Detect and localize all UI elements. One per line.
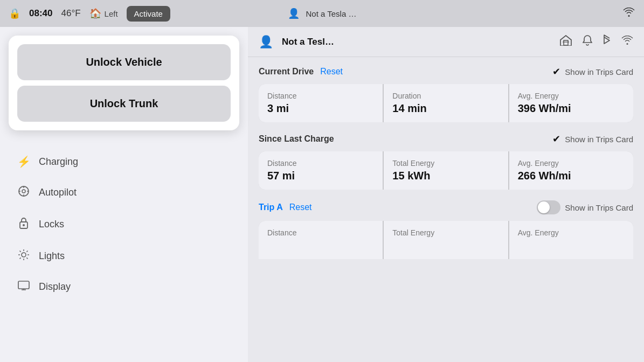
svg-point-1 [22, 190, 25, 193]
svg-point-8 [22, 253, 26, 257]
home-icon: 🏠 [89, 8, 101, 19]
sidebar-locks-label: Locks [39, 219, 64, 230]
svg-rect-20 [564, 40, 568, 45]
stat-value-partial-avg-energy [518, 239, 625, 252]
right-header: 👤 Not a Tesl… [248, 27, 644, 57]
stat-cell-avg-energy-charge: Avg. Energy 266 Wh/mi [509, 151, 633, 190]
trip-a-reset[interactable]: Reset [289, 203, 312, 212]
stat-value-distance-current: 3 mi [267, 102, 374, 115]
stat-cell-energy-current: Avg. Energy 396 Wh/mi [509, 84, 633, 122]
trip-a-show-trips-label: Show in Trips Card [565, 203, 633, 212]
sidebar-lights-label: Lights [39, 250, 65, 262]
sidebar-charging-label: Charging [39, 156, 78, 168]
stat-label-distance-current: Distance [267, 92, 374, 100]
right-header-icons [560, 34, 633, 49]
trip-a-stats: Distance Total Energy Avg. Energy [259, 221, 633, 259]
stat-cell-distance-charge: Distance 57 mi [259, 151, 383, 190]
trip-a-left: Trip A Reset [259, 203, 312, 212]
status-bar-right [622, 8, 635, 20]
stat-label-partial-distance: Distance [267, 228, 374, 237]
trip-a-label[interactable]: Trip A [259, 203, 283, 212]
stat-cell-distance-current: Distance 3 mi [259, 84, 383, 122]
trip-a-show-trips: Show in Trips Card [537, 200, 633, 214]
stat-label-distance-charge: Distance [267, 159, 374, 168]
status-bar: 🔒 08:40 46°F 🏠 Left Activate 👤 Not a Tes… [0, 0, 644, 27]
stat-cell-partial-energy-total: Total Energy [384, 221, 508, 259]
unlock-trunk-button[interactable]: Unlock Trunk [17, 86, 231, 122]
wifi-icon-status [622, 8, 635, 20]
lock-icon: 🔒 [9, 8, 20, 19]
stat-value-partial-distance [267, 239, 374, 252]
sidebar-nav: ⚡ Charging Autopilot [0, 139, 248, 309]
stat-label-partial-energy-total: Total Energy [392, 228, 499, 237]
stat-label-duration-current: Duration [392, 92, 499, 100]
stat-value-duration-current: 14 min [392, 102, 499, 115]
since-last-charge-show-trips-label: Show in Trips Card [565, 135, 633, 144]
sidebar-item-lights[interactable]: Lights [13, 241, 235, 271]
stat-label-energy-current: Avg. Energy [518, 92, 625, 100]
svg-line-14 [26, 257, 27, 259]
since-last-charge-checkbox[interactable]: ✔ [552, 133, 560, 145]
current-drive-checkbox[interactable]: ✔ [552, 66, 560, 78]
svg-rect-17 [18, 281, 29, 289]
trip-a-toggle[interactable] [537, 200, 560, 214]
sidebar: Unlock Vehicle Unlock Trunk ⚡ Charging [0, 27, 248, 362]
current-drive-title: Current Drive [259, 67, 314, 76]
garage-icon[interactable] [560, 35, 572, 48]
unlock-popup: Unlock Vehicle Unlock Trunk [9, 36, 239, 130]
sidebar-item-locks[interactable]: Locks [13, 210, 235, 239]
activate-button[interactable]: Activate [127, 6, 170, 22]
current-drive-show-trips-label: Show in Trips Card [565, 67, 633, 76]
temperature-display: 46°F [61, 8, 80, 19]
since-last-charge-header: Since Last Charge ✔ Show in Trips Card [259, 133, 633, 145]
time-display: 08:40 [29, 8, 52, 19]
profile-icon-right: 👤 [259, 35, 273, 49]
since-last-charge-title: Since Last Charge [259, 134, 334, 144]
stat-cell-partial-distance: Distance [259, 221, 383, 259]
home-label: Left [105, 9, 118, 18]
since-last-charge-show-trips: ✔ Show in Trips Card [552, 133, 633, 145]
sidebar-item-autopilot[interactable]: Autopilot [13, 178, 235, 207]
svg-line-15 [26, 251, 27, 252]
bluetooth-icon[interactable] [603, 34, 611, 49]
charging-icon: ⚡ [17, 155, 30, 168]
stat-value-energy-current: 396 Wh/mi [518, 102, 625, 115]
sidebar-item-charging[interactable]: ⚡ Charging [13, 148, 235, 176]
locks-icon [17, 217, 30, 232]
wifi-icon-right [621, 36, 633, 48]
stat-label-partial-avg-energy: Avg. Energy [518, 228, 625, 237]
stat-value-energy-total-charge: 15 kWh [392, 170, 499, 182]
trips-section: Current Drive Reset ✔ Show in Trips Card… [248, 57, 644, 268]
display-icon [17, 281, 30, 293]
home-area: 🏠 Left [89, 8, 118, 19]
sidebar-display-label: Display [39, 281, 71, 293]
current-drive-reset[interactable]: Reset [320, 67, 343, 76]
profile-icon-status: 👤 [288, 8, 300, 19]
lights-icon [17, 249, 30, 263]
stat-label-energy-total-charge: Total Energy [392, 159, 499, 168]
svg-point-7 [23, 224, 25, 226]
right-header-left: 👤 Not a Tesl… [259, 35, 334, 49]
stat-label-avg-energy-charge: Avg. Energy [518, 159, 625, 168]
since-last-charge-stats: Distance 57 mi Total Energy 15 kWh Avg. … [259, 151, 633, 190]
current-drive-header: Current Drive Reset ✔ Show in Trips Card [259, 66, 633, 78]
stat-cell-partial-avg-energy: Avg. Energy [509, 221, 633, 259]
unlock-vehicle-button[interactable]: Unlock Vehicle [17, 44, 231, 80]
current-drive-stats: Distance 3 mi Duration 14 min Avg. Energ… [259, 84, 633, 122]
autopilot-icon [17, 185, 30, 200]
right-panel: 👤 Not a Tesl… [248, 27, 644, 362]
trip-a-header: Trip A Reset Show in Trips Card [259, 200, 633, 214]
vehicle-name: Not a Tesl… [282, 37, 334, 47]
stat-value-partial-energy-total [392, 239, 499, 252]
stat-value-distance-charge: 57 mi [267, 170, 374, 182]
sidebar-item-display[interactable]: Display [13, 273, 235, 301]
svg-line-13 [20, 251, 21, 252]
stat-value-avg-energy-charge: 266 Wh/mi [518, 170, 625, 182]
svg-line-16 [20, 257, 21, 259]
current-drive-show-trips: ✔ Show in Trips Card [552, 66, 633, 78]
bell-icon[interactable] [583, 34, 592, 49]
sidebar-autopilot-label: Autopilot [39, 187, 77, 198]
profile-name-status: Not a Tesla … [306, 9, 357, 18]
stat-cell-duration-current: Duration 14 min [384, 84, 508, 122]
status-bar-left: 🔒 08:40 46°F 🏠 Left Activate [9, 6, 170, 22]
